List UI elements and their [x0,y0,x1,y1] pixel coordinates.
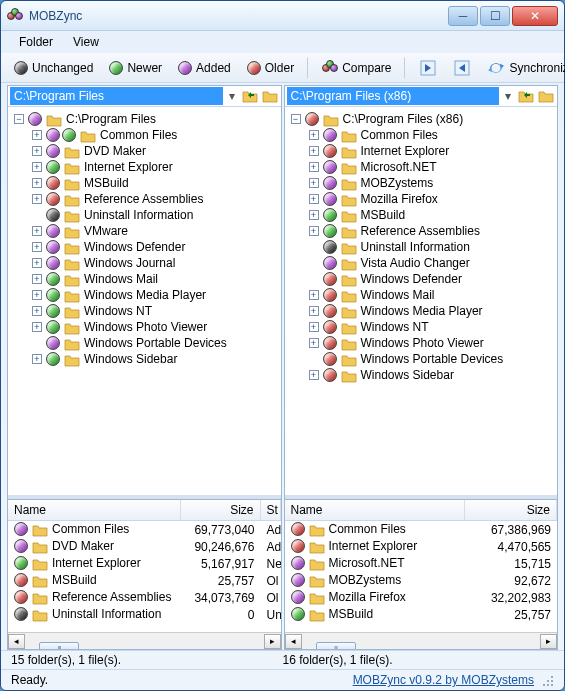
tree-item[interactable]: +Internet Explorer [285,143,558,159]
scroll-thumb[interactable]: ||| [39,642,79,649]
expander-icon[interactable]: + [32,178,42,188]
scroll-thumb[interactable]: ||| [316,642,356,649]
synchronize-button[interactable]: Synchronize [480,56,565,80]
tree-item[interactable]: +Windows NT [285,319,558,335]
expander-icon[interactable]: + [309,322,319,332]
tree-item[interactable]: +Windows Media Player [8,287,281,303]
left-col-name[interactable]: Name [8,500,181,520]
compare-button[interactable]: Compare [315,57,398,79]
scroll-left-icon[interactable]: ◂ [8,634,25,649]
expander-icon[interactable]: + [309,370,319,380]
expander-icon[interactable]: + [309,290,319,300]
tree-item[interactable]: +Windows Sidebar [8,351,281,367]
tree-item[interactable]: Windows Portable Devices [8,335,281,351]
tree-item[interactable]: Uninstall Information [285,239,558,255]
left-list[interactable]: Common Files69,773,040AdDVD Maker90,246,… [8,521,281,632]
tree-item[interactable]: Vista Audio Changer [285,255,558,271]
right-hscroll[interactable]: ◂ ||| ▸ [285,632,558,649]
expander-icon[interactable]: + [309,130,319,140]
tree-item[interactable]: +Windows Sidebar [285,367,558,383]
tree-item[interactable]: +Mozilla Firefox [285,191,558,207]
tree-item[interactable]: +Windows NT [8,303,281,319]
left-browse-button[interactable] [261,87,279,105]
right-path-input[interactable] [287,87,500,105]
left-up-folder-button[interactable] [241,87,259,105]
tree-item[interactable]: +Windows Media Player [285,303,558,319]
expander-icon[interactable]: + [32,274,42,284]
scroll-left-icon[interactable]: ◂ [285,634,302,649]
tree-item[interactable]: +Windows Defender [8,239,281,255]
list-item[interactable]: Uninstall Information0Un [8,606,281,623]
right-list[interactable]: Common Files67,386,969Internet Explorer4… [285,521,558,632]
tree-item[interactable]: +DVD Maker [8,143,281,159]
tree-item[interactable]: Windows Portable Devices [285,351,558,367]
tree-item[interactable]: +Windows Mail [8,271,281,287]
expander-icon[interactable]: + [32,354,42,364]
right-up-folder-button[interactable] [517,87,535,105]
expander-icon[interactable]: + [309,306,319,316]
tree-item[interactable]: +Windows Photo Viewer [285,335,558,351]
expander-icon[interactable]: + [309,226,319,236]
tree-item[interactable]: Uninstall Information [8,207,281,223]
expander-icon[interactable]: + [32,146,42,156]
expander-icon[interactable]: + [32,242,42,252]
tree-item[interactable]: +Common Files [8,127,281,143]
expander-icon[interactable]: + [32,258,42,268]
list-item[interactable]: Microsoft.NET15,715 [285,555,558,572]
tree-item[interactable]: Windows Defender [285,271,558,287]
tree-item[interactable]: +Windows Mail [285,287,558,303]
resize-grip-icon[interactable] [540,673,554,687]
list-item[interactable]: MSBuild25,757 [285,606,558,623]
tree-item[interactable]: +VMware [8,223,281,239]
left-hscroll[interactable]: ◂ ||| ▸ [8,632,281,649]
tree-item[interactable]: +Reference Assemblies [285,223,558,239]
filter-unchanged[interactable]: Unchanged [7,58,100,78]
scroll-right-icon[interactable]: ▸ [264,634,281,649]
expander-icon[interactable]: + [32,226,42,236]
expander-icon[interactable]: + [32,194,42,204]
expander-icon[interactable]: − [291,114,301,124]
tree-item[interactable]: +Internet Explorer [8,159,281,175]
tree-root[interactable]: −C:\Program Files [8,111,281,127]
list-item[interactable]: DVD Maker90,246,676Ad [8,538,281,555]
tree-item[interactable]: +MSBuild [8,175,281,191]
list-item[interactable]: Common Files67,386,969 [285,521,558,538]
right-browse-button[interactable] [537,87,555,105]
left-path-input[interactable] [10,87,223,105]
expander-icon[interactable]: + [32,306,42,316]
list-item[interactable]: Reference Assemblies34,073,769Ol [8,589,281,606]
scroll-right-icon[interactable]: ▸ [540,634,557,649]
expander-icon[interactable]: + [309,178,319,188]
list-item[interactable]: MSBuild25,757Ol [8,572,281,589]
tree-item[interactable]: +Reference Assemblies [8,191,281,207]
menu-folder[interactable]: Folder [11,33,61,51]
menu-view[interactable]: View [65,33,107,51]
list-item[interactable]: MOBZystems92,672 [285,572,558,589]
expander-icon[interactable]: + [309,194,319,204]
right-col-size[interactable]: Size [465,500,557,520]
filter-added[interactable]: Added [171,58,238,78]
left-col-size[interactable]: Size [181,500,261,520]
expander-icon[interactable]: + [32,290,42,300]
expander-icon[interactable]: + [309,162,319,172]
expander-icon[interactable]: + [32,130,42,140]
tree-item[interactable]: +MOBZystems [285,175,558,191]
expander-icon[interactable]: − [14,114,24,124]
filter-newer[interactable]: Newer [102,58,169,78]
list-item[interactable]: Internet Explorer4,470,565 [285,538,558,555]
maximize-button[interactable]: ☐ [480,6,510,26]
left-col-status[interactable]: St [261,500,281,520]
copy-left-button[interactable] [446,56,478,80]
right-path-dropdown-icon[interactable]: ▾ [501,89,515,103]
tree-item[interactable]: +Microsoft.NET [285,159,558,175]
expander-icon[interactable]: + [32,162,42,172]
expander-icon[interactable]: + [309,338,319,348]
copy-right-button[interactable] [412,56,444,80]
list-item[interactable]: Internet Explorer5,167,917Ne [8,555,281,572]
tree-item[interactable]: +Windows Photo Viewer [8,319,281,335]
expander-icon[interactable]: + [309,210,319,220]
status-link[interactable]: MOBZync v0.9.2 by MOBZystems [353,673,534,687]
tree-root[interactable]: −C:\Program Files (x86) [285,111,558,127]
close-button[interactable]: ✕ [512,6,558,26]
tree-item[interactable]: +MSBuild [285,207,558,223]
